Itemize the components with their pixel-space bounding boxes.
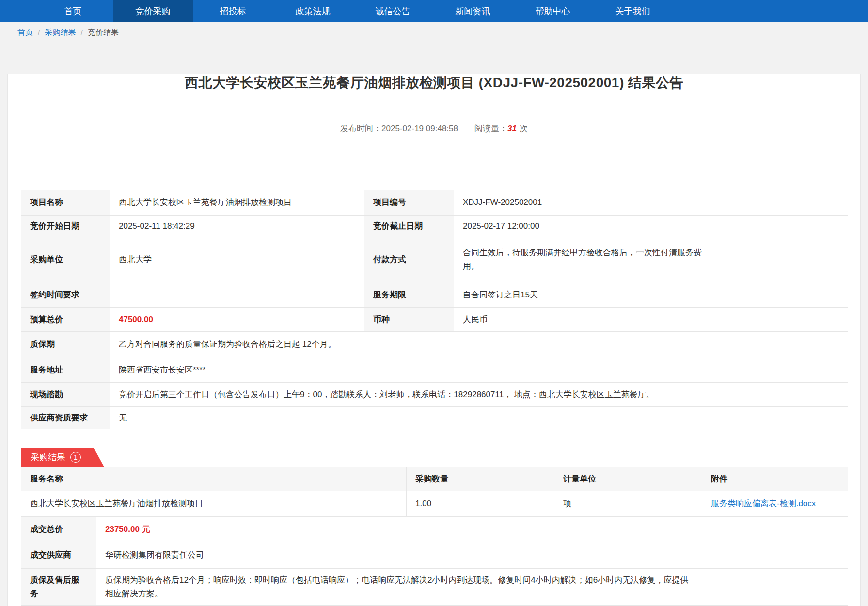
currency-value: 人民币 [454, 308, 848, 332]
publish-time-value: 2025-02-19 09:48:58 [381, 124, 458, 133]
buyer-label: 采购单位 [21, 237, 110, 282]
budget-label: 预算总价 [21, 308, 110, 332]
currency-label: 币种 [364, 308, 454, 332]
table-row: 质保期 乙方对合同服务的质量保证期为验收合格后之日起 12个月。 [21, 332, 848, 357]
nav-item-help-center[interactable]: 帮助中心 [513, 0, 593, 22]
table-row: 服务地址 陕西省西安市长安区**** [21, 357, 848, 383]
breadcrumb-separator: / [38, 29, 40, 37]
after-sale-value: 质保期为验收合格后12个月；响应时效：即时响应（包括电话响应）；电话响应无法解决… [96, 569, 848, 606]
site-visit-label: 现场踏勘 [21, 383, 110, 407]
deal-total-amount: 23750.00 元 [105, 525, 150, 534]
views-count: 31 [507, 124, 517, 133]
payment-label: 付款方式 [364, 237, 454, 282]
bid-end-value: 2025-02-17 12:00:00 [454, 216, 848, 237]
announcement-title: 西北大学长安校区玉兰苑餐厅油烟排放检测项目 (XDJJ-FW-202502001… [8, 74, 860, 92]
warranty-label: 质保期 [21, 332, 110, 357]
table-row: 成交总价 23750.00 元 [21, 517, 848, 542]
after-sale-label: 质保及售后服务 [21, 569, 96, 606]
service-term-label: 服务期限 [364, 282, 454, 308]
service-address-value: 陕西省西安市长安区**** [110, 357, 848, 383]
service-name-cell: 西北大学长安校区玉兰苑餐厅油烟排放检测项目 [21, 491, 407, 517]
nav-item-about-us[interactable]: 关于我们 [593, 0, 673, 22]
nav-item-policy[interactable]: 政策法规 [273, 0, 353, 22]
deal-supplier-label: 成交供应商 [21, 542, 96, 569]
quantity-cell: 1.00 [407, 491, 554, 517]
announcement-card: 西北大学长安校区玉兰苑餐厅油烟排放检测项目 (XDJJ-FW-202502001… [7, 74, 861, 606]
top-nav: 首页 竞价采购 招投标 政策法规 诚信公告 新闻资讯 帮助中心 关于我们 [0, 0, 868, 22]
qualification-value: 无 [110, 407, 848, 429]
sign-time-label: 签约时间要求 [21, 282, 110, 308]
nav-item-home[interactable]: 首页 [33, 0, 113, 22]
result-table-row: 西北大学长安校区玉兰苑餐厅油烟排放检测项目 1.00 项 服务类响应偏离表-检测… [21, 491, 848, 517]
deal-total-label: 成交总价 [21, 517, 96, 542]
budget-amount: 47500.00 [119, 315, 153, 324]
purchase-result-ribbon: 采购结果 1 [21, 448, 104, 467]
table-row: 项目名称 西北大学长安校区玉兰苑餐厅油烟排放检测项目 项目编号 XDJJ-FW-… [21, 190, 848, 216]
result-summary-table: 成交总价 23750.00 元 成交供应商 华研检测集团有限责任公司 质保及售后… [21, 516, 848, 606]
payment-value: 合同生效后，待服务期满并经甲方验收合格后，一次性付清服务费用。 [454, 237, 848, 282]
service-address-label: 服务地址 [21, 357, 110, 383]
payment-text: 合同生效后，待服务期满并经甲方验收合格后，一次性付清服务费用。 [463, 246, 708, 273]
table-row: 预算总价 47500.00 币种 人民币 [21, 308, 848, 332]
nav-item-news[interactable]: 新闻资讯 [433, 0, 513, 22]
buyer-value: 西北大学 [110, 237, 364, 282]
attachment-header: 附件 [702, 467, 848, 491]
table-row: 签约时间要求 服务期限 自合同签订之日15天 [21, 282, 848, 308]
breadcrumb-current: 竞价结果 [88, 28, 119, 38]
attachment-cell: 服务类响应偏离表-检测.docx [702, 491, 848, 517]
result-table: 服务名称 采购数量 计量单位 附件 西北大学长安校区玉兰苑餐厅油烟排放检测项目 … [21, 467, 848, 517]
qualification-label: 供应商资质要求 [21, 407, 110, 429]
breadcrumb-separator: / [80, 29, 82, 37]
breadcrumb-home-link[interactable]: 首页 [17, 28, 33, 38]
budget-value: 47500.00 [110, 308, 364, 332]
quantity-header: 采购数量 [407, 467, 554, 491]
bid-start-label: 竞价开始日期 [21, 216, 110, 237]
breadcrumb-section-link[interactable]: 采购结果 [45, 28, 76, 38]
unit-cell: 项 [554, 491, 702, 517]
project-details-table: 项目名称 西北大学长安校区玉兰苑餐厅油烟排放检测项目 项目编号 XDJJ-FW-… [21, 190, 848, 429]
warranty-value: 乙方对合同服务的质量保证期为验收合格后之日起 12个月。 [110, 332, 848, 357]
bid-end-label: 竞价截止日期 [364, 216, 454, 237]
project-name-label: 项目名称 [21, 190, 110, 216]
project-no-value: XDJJ-FW-202502001 [454, 190, 848, 216]
table-row: 成交供应商 华研检测集团有限责任公司 [21, 542, 848, 569]
result-count-badge: 1 [70, 452, 81, 463]
views-label: 阅读量： [474, 124, 507, 133]
page: 首页 竞价采购 招投标 政策法规 诚信公告 新闻资讯 帮助中心 关于我们 首页 … [0, 0, 868, 606]
table-row: 供应商资质要求 无 [21, 407, 848, 429]
deal-supplier-value: 华研检测集团有限责任公司 [96, 542, 848, 569]
project-no-label: 项目编号 [364, 190, 454, 216]
announcement-meta: 发布时间：2025-02-19 09:48:58阅读量：31次 [8, 123, 860, 143]
table-row: 竞价开始日期 2025-02-11 18:42:29 竞价截止日期 2025-0… [21, 216, 848, 237]
publish-time-label: 发布时间： [340, 124, 381, 133]
bid-start-value: 2025-02-11 18:42:29 [110, 216, 364, 237]
service-name-header: 服务名称 [21, 467, 407, 491]
project-name-value: 西北大学长安校区玉兰苑餐厅油烟排放检测项目 [110, 190, 364, 216]
site-visit-value: 竞价开启后第三个工作日（包含公告发布日）上午9：00，踏勘联系人：刘老师，联系电… [110, 383, 848, 407]
nav-item-bidding-purchase[interactable]: 竞价采购 [113, 0, 193, 22]
table-row: 质保及售后服务 质保期为验收合格后12个月；响应时效：即时响应（包括电话响应）；… [21, 569, 848, 606]
table-row: 现场踏勘 竞价开启后第三个工作日（包含公告发布日）上午9：00，踏勘联系人：刘老… [21, 383, 848, 407]
unit-header: 计量单位 [554, 467, 702, 491]
attachment-link[interactable]: 服务类响应偏离表-检测.docx [711, 499, 816, 508]
service-term-value: 自合同签订之日15天 [454, 282, 848, 308]
nav-item-integrity-notice[interactable]: 诚信公告 [353, 0, 433, 22]
table-row: 采购单位 西北大学 付款方式 合同生效后，待服务期满并经甲方验收合格后，一次性付… [21, 237, 848, 282]
nav-item-tender[interactable]: 招投标 [193, 0, 273, 22]
after-sale-text: 质保期为验收合格后12个月；响应时效：即时响应（包括电话响应）；电话响应无法解决… [105, 574, 694, 601]
result-table-header: 服务名称 采购数量 计量单位 附件 [21, 467, 848, 491]
views-unit: 次 [520, 124, 528, 133]
purchase-result-label: 采购结果 [31, 451, 65, 463]
breadcrumb: 首页 / 采购结果 / 竞价结果 [0, 22, 868, 44]
deal-total-value: 23750.00 元 [96, 517, 848, 542]
sign-time-value [110, 282, 364, 308]
